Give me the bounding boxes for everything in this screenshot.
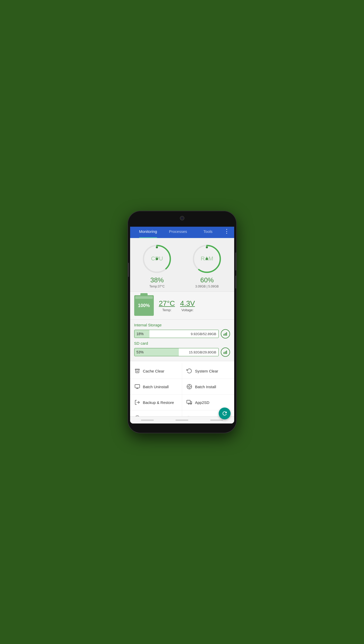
- battery-section: 100% 27°C Temp: 4.3V Voltage:: [130, 292, 234, 320]
- batch-install-icon: [186, 384, 192, 390]
- battery-voltage-label: Voltage:: [181, 308, 193, 312]
- main-content: CPU 38% Temp:37°C RAM: [130, 238, 234, 416]
- svg-rect-12: [225, 351, 226, 354]
- ram-value: 60%: [200, 276, 214, 284]
- nav-tabs: Monitoring Processes Tools ⋮: [133, 225, 231, 238]
- internal-storage-chart-button[interactable]: [221, 329, 230, 338]
- front-camera: [180, 216, 184, 221]
- batch-install-item[interactable]: Batch Install: [182, 379, 234, 394]
- tools-row-3: Backup & Restore App2SD: [130, 395, 234, 410]
- storage-section: Internal Storage 18% 9.92GB/52.89GB: [130, 320, 234, 361]
- svg-point-7: [206, 246, 208, 248]
- internal-storage-row: 18% 9.92GB/52.89GB: [134, 329, 230, 338]
- svg-rect-14: [135, 369, 139, 370]
- ram-sub: 3.09GB | 5.09GB: [195, 285, 219, 288]
- batch-uninstall-label: Batch Uninstall: [143, 385, 169, 389]
- cache-clear-item[interactable]: Cache Clear: [130, 363, 182, 379]
- top-bar: Monitoring Processes Tools ⋮: [130, 225, 234, 238]
- sdcard-storage-row: 53% 15.92GB/29.80GB: [134, 348, 230, 357]
- svg-rect-17: [135, 385, 139, 388]
- sdcard-storage-bar: 53% 15.92GB/29.80GB: [134, 348, 219, 356]
- batch-uninstall-item[interactable]: Batch Uninstall: [130, 379, 182, 394]
- cpu-gauge-circle: CPU: [140, 242, 174, 276]
- backup-restore-label: Backup & Restore: [143, 400, 174, 405]
- tools-row-4: Startup Manager Battery Usage: [130, 410, 234, 416]
- svg-rect-8: [224, 334, 224, 336]
- svg-rect-11: [224, 352, 224, 354]
- battery-icon: 100%: [134, 295, 154, 316]
- tab-monitoring[interactable]: Monitoring: [133, 225, 163, 238]
- svg-rect-10: [226, 332, 227, 336]
- svg-point-28: [190, 403, 192, 404]
- battery-voltage-stat: 4.3V Voltage:: [180, 299, 195, 312]
- power-button: [235, 252, 236, 270]
- internal-storage-bar: 18% 9.92GB/52.89GB: [134, 330, 219, 338]
- app2sd-label: App2SD: [195, 400, 209, 405]
- sdcard-storage-pct: 53%: [134, 350, 146, 354]
- cpu-value: 38%: [150, 276, 164, 284]
- backup-restore-icon: [134, 399, 140, 405]
- internal-storage-size: 9.92GB/52.89GB: [191, 332, 216, 336]
- batch-install-label: Batch Install: [195, 385, 216, 389]
- tab-tools[interactable]: Tools: [193, 225, 223, 238]
- bottom-indicator-2: [175, 420, 188, 421]
- startup-manager-item[interactable]: Startup Manager: [130, 410, 182, 416]
- ram-gauge: RAM 60% 3.09GB | 5.09GB: [183, 242, 231, 288]
- svg-point-27: [188, 403, 189, 404]
- refresh-fab[interactable]: [219, 408, 231, 419]
- app2sd-icon: [186, 399, 192, 405]
- ram-gauge-circle: RAM: [190, 242, 224, 276]
- phone-frame: Monitoring Processes Tools ⋮: [128, 211, 236, 433]
- system-clear-icon: [186, 368, 192, 374]
- cpu-gauge: CPU 38% Temp:37°C: [133, 242, 181, 288]
- sdcard-storage-chart-button[interactable]: [221, 348, 230, 357]
- svg-rect-9: [225, 333, 226, 336]
- backup-restore-item[interactable]: Backup & Restore: [130, 395, 182, 410]
- tools-row-1: Cache Clear System Clear: [130, 363, 234, 379]
- battery-temp-stat: 27°C Temp:: [159, 299, 175, 312]
- tools-row-2: Batch Uninstall: [130, 379, 234, 395]
- ram-label: RAM: [201, 255, 213, 262]
- internal-storage-title: Internal Storage: [134, 323, 230, 327]
- volume-button: [128, 263, 129, 277]
- bottom-indicator-3: [210, 420, 223, 421]
- volume-down-button: [235, 276, 236, 289]
- batch-uninstall-icon: [134, 384, 140, 390]
- svg-rect-13: [226, 351, 227, 354]
- screen: Monitoring Processes Tools ⋮: [130, 225, 234, 423]
- battery-temp-label: Temp:: [162, 308, 171, 312]
- svg-point-20: [188, 386, 190, 387]
- battery-voltage-value: 4.3V: [180, 299, 195, 308]
- bottom-bar: [130, 416, 234, 423]
- system-clear-item[interactable]: System Clear: [182, 363, 234, 379]
- cpu-label: CPU: [151, 255, 163, 262]
- cache-clear-label: Cache Clear: [143, 369, 164, 373]
- more-menu-button[interactable]: ⋮: [223, 228, 231, 235]
- svg-point-3: [156, 246, 158, 248]
- bottom-indicator-1: [141, 420, 154, 421]
- svg-rect-26: [187, 400, 190, 403]
- battery-temp-value: 27°C: [159, 299, 175, 308]
- internal-storage-pct: 18%: [134, 332, 146, 336]
- sd-card-title: SD card: [134, 341, 230, 345]
- system-clear-label: System Clear: [195, 369, 218, 373]
- cache-clear-icon: [134, 368, 140, 374]
- tab-processes[interactable]: Processes: [163, 225, 193, 238]
- cpu-sub: Temp:37°C: [149, 285, 165, 288]
- tools-section: Cache Clear System Clear: [130, 361, 234, 416]
- gauges-section: CPU 38% Temp:37°C RAM: [130, 238, 234, 292]
- sdcard-storage-size: 15.92GB/29.80GB: [189, 350, 216, 354]
- battery-stats: 27°C Temp: 4.3V Voltage:: [159, 299, 195, 312]
